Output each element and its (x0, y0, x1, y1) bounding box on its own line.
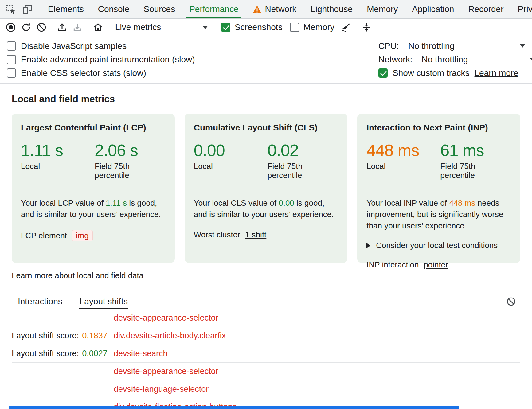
capture-settings-pane: Disable JavaScript samples Enable advanc… (0, 36, 532, 84)
cls-card: Cumulative Layout Shift (CLS) 0.00 Local… (185, 114, 348, 263)
expander-triangle-icon (366, 243, 370, 248)
inp-field-label: Field 75th percentile (440, 162, 486, 180)
tab-performance[interactable]: Performance (182, 0, 245, 18)
live-metrics-view: Local and field metrics Largest Contentf… (0, 84, 532, 409)
tab-elements[interactable]: Elements (41, 0, 91, 18)
save-profile-button[interactable] (70, 20, 85, 35)
compress-arrows-button[interactable] (359, 20, 374, 35)
disable-js-samples-checkbox[interactable] (7, 41, 16, 51)
tab-console[interactable]: Console (91, 0, 137, 18)
live-metrics-select[interactable]: Live metrics (111, 22, 212, 32)
cls-worst-cluster-label: Worst cluster (194, 230, 240, 240)
capture-settings-checkboxes: Disable JavaScript samples Enable advanc… (7, 39, 195, 79)
show-custom-tracks-checkbox[interactable] (378, 68, 388, 78)
performance-toolbar: Live metrics Screenshots Memory (0, 19, 532, 36)
lcp-field-value: 2.06 s (95, 141, 141, 159)
layout-shift-row: Layout shift score: 0.1837 div.devsite-a… (12, 327, 520, 345)
custom-tracks-learn-more-link[interactable]: Learn more (475, 68, 518, 78)
warning-icon (252, 5, 262, 14)
inp-field-value: 61 ms (440, 141, 486, 159)
lcp-local-value: 1.11 s (21, 141, 95, 159)
score-label: Layout shift score: (12, 331, 79, 341)
inp-card-title: Interaction to Next Paint (INP) (366, 123, 511, 133)
inp-local-value: 448 ms (366, 141, 440, 159)
tab-memory[interactable]: Memory (360, 0, 405, 18)
lcp-field-label: Field 75th percentile (95, 162, 141, 180)
inp-card: Interaction to Next Paint (INP) 448 ms L… (357, 114, 520, 263)
divider (88, 22, 88, 33)
cls-field-value: 0.02 (268, 141, 314, 159)
metric-cards: Largest Contentful Paint (LCP) 1.11 s Lo… (12, 114, 520, 263)
lcp-card-title: Largest Contentful Paint (LCP) (21, 123, 166, 133)
inp-description: Your local INP value of 448 ms needs imp… (366, 197, 511, 232)
garbage-broom-icon (341, 22, 351, 33)
divider (215, 22, 215, 33)
selector-link[interactable]: devsite-appearance-selector (114, 367, 218, 376)
collect-garbage-button[interactable] (338, 20, 354, 35)
layout-shift-row: Layout shift score: 0.0027 devsite-searc… (12, 345, 520, 363)
inp-local-label: Local (366, 162, 440, 171)
screenshots-toggle[interactable]: Screenshots (217, 22, 286, 32)
show-custom-tracks-row[interactable]: Show custom tracks Learn more (378, 66, 532, 80)
download-icon (72, 22, 83, 33)
field-data-learn-more-link[interactable]: Learn more about local and field data (12, 271, 143, 280)
memory-checkbox[interactable] (290, 23, 299, 32)
cls-field-label: Field 75th percentile (268, 162, 314, 180)
tab-privacy-sandbox[interactable]: Privacy Sand (510, 0, 532, 18)
chevron-down-icon (202, 26, 208, 29)
clear-log-button[interactable] (506, 297, 516, 306)
selector-link[interactable]: devsite-appearance-selector (114, 313, 218, 323)
tab-interactions[interactable]: Interactions (18, 294, 62, 309)
css-selector-stats-row[interactable]: Enable CSS selector stats (slow) (7, 66, 195, 80)
cls-card-title: Cumulative Layout Shift (CLS) (194, 123, 338, 133)
selector-link[interactable]: devsite-search (114, 349, 168, 358)
divider (356, 22, 356, 33)
inspect-element-button[interactable] (2, 0, 19, 18)
inp-interaction-label: INP interaction (366, 260, 419, 270)
page-title: Local and field metrics (12, 94, 520, 104)
record-button[interactable] (3, 20, 18, 35)
upload-icon (57, 22, 67, 33)
score-value: 0.0027 (82, 349, 108, 358)
lcp-element-link[interactable]: img (72, 230, 93, 241)
inp-interaction-link[interactable]: pointer (424, 260, 448, 270)
divider (108, 22, 108, 33)
layout-shifts-table: devsite-appearance-selector Layout shift… (12, 309, 520, 409)
tab-sources[interactable]: Sources (136, 0, 182, 18)
tab-application[interactable]: Application (405, 0, 461, 18)
cpu-throttling-row: CPU: No throttling (378, 39, 532, 53)
selector-link[interactable]: div.devsite-article-body.clearfix (114, 331, 226, 341)
tab-layout-shifts[interactable]: Layout shifts (80, 294, 128, 309)
disable-js-samples-row[interactable]: Disable JavaScript samples (7, 39, 195, 53)
tab-recorder[interactable]: Recorder (461, 0, 510, 18)
tab-network[interactable]: Network (245, 0, 303, 18)
selector-link[interactable]: devsite-language-selector (114, 384, 209, 394)
live-metrics-home-button[interactable] (90, 20, 106, 35)
cpu-throttling-select[interactable]: No throttling (408, 41, 455, 51)
record-and-reload-button[interactable] (18, 20, 34, 35)
lcp-description: Your local LCP value of 1.11 s is good, … (21, 197, 166, 220)
device-toolbar-button[interactable] (19, 0, 36, 18)
css-selector-stats-checkbox[interactable] (7, 68, 16, 78)
divider (21, 189, 166, 189)
compress-arrows-icon (361, 22, 372, 33)
local-test-conditions-expander[interactable]: Consider your local test conditions (366, 241, 511, 250)
memory-toggle[interactable]: Memory (286, 22, 338, 32)
record-icon (6, 22, 16, 33)
advanced-paint-row[interactable]: Enable advanced paint instrumentation (s… (7, 53, 195, 66)
cls-shift-link[interactable]: 1 shift (245, 230, 266, 240)
inspect-icon (5, 4, 16, 15)
divider (366, 189, 511, 189)
score-value: 0.1837 (82, 331, 108, 341)
divider (52, 22, 52, 33)
tab-lighthouse[interactable]: Lighthouse (303, 0, 360, 18)
home-icon (93, 22, 103, 33)
screenshots-checkbox[interactable] (221, 23, 230, 32)
advanced-paint-checkbox[interactable] (7, 55, 16, 64)
cls-local-value: 0.00 (194, 141, 268, 159)
score-label: Layout shift score: (12, 349, 79, 358)
load-profile-button[interactable] (54, 20, 70, 35)
network-throttling-select[interactable]: No throttling (421, 55, 468, 64)
cls-description: Your local CLS value of 0.00 is good, an… (194, 197, 338, 220)
clear-button[interactable] (34, 20, 49, 35)
